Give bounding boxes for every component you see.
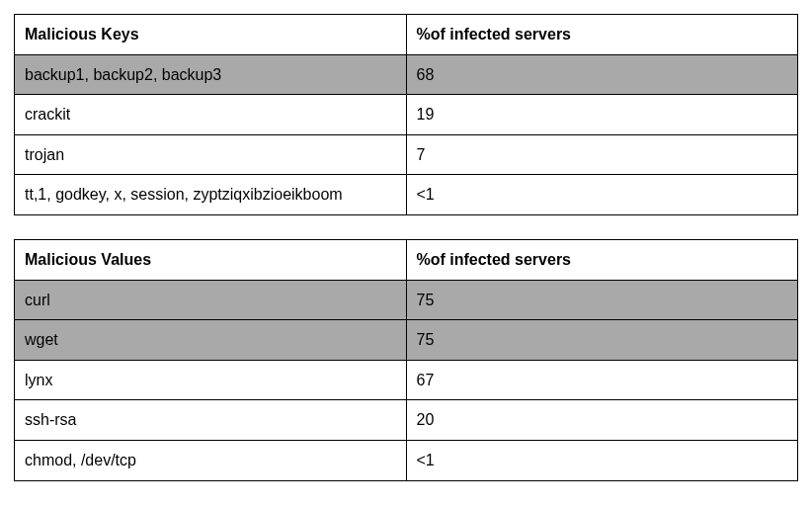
table-row: backup1, backup2, backup368 — [15, 54, 798, 95]
malicious-keys-table: Malicious Keys %of infected servers back… — [14, 14, 798, 215]
table-header-row: Malicious Values %of infected servers — [15, 239, 798, 280]
cell-pct: 19 — [406, 95, 798, 135]
cell-pct: 75 — [406, 280, 798, 320]
cell-key: chmod, /dev/tcp — [15, 440, 407, 480]
cell-key: curl — [15, 280, 407, 320]
values-header-col1: Malicious Values — [15, 239, 407, 280]
keys-header-col1: Malicious Keys — [15, 15, 407, 55]
table-row: lynx67 — [15, 360, 798, 400]
table-row: chmod, /dev/tcp<1 — [15, 440, 798, 480]
table-row: tt,1, godkey, x, session, zyptziqxibzioe… — [15, 175, 798, 215]
table-row: ssh-rsa20 — [15, 400, 798, 441]
cell-key: lynx — [15, 360, 407, 400]
cell-pct: 7 — [406, 134, 798, 175]
values-tbody: curl75wget75lynx67ssh-rsa20chmod, /dev/t… — [15, 280, 798, 480]
table-header-row: Malicious Keys %of infected servers — [15, 15, 798, 55]
cell-pct: 75 — [406, 320, 798, 361]
cell-key: tt,1, godkey, x, session, zyptziqxibzioe… — [15, 175, 407, 215]
malicious-values-table: Malicious Values %of infected servers cu… — [14, 239, 798, 481]
cell-pct: 67 — [406, 360, 798, 400]
cell-key: trojan — [15, 134, 407, 175]
table-row: trojan7 — [15, 134, 798, 175]
keys-tbody: backup1, backup2, backup368crackit19troj… — [15, 54, 798, 214]
table-row: curl75 — [15, 280, 798, 320]
cell-pct: 68 — [406, 54, 798, 95]
cell-key: wget — [15, 320, 407, 361]
cell-key: crackit — [15, 95, 407, 135]
cell-key: ssh-rsa — [15, 400, 407, 441]
cell-key: backup1, backup2, backup3 — [15, 54, 407, 95]
cell-pct: 20 — [406, 400, 798, 441]
cell-pct: <1 — [406, 175, 798, 215]
values-header-col2: %of infected servers — [406, 239, 798, 280]
table-row: wget75 — [15, 320, 798, 361]
keys-header-col2: %of infected servers — [406, 15, 798, 55]
table-row: crackit19 — [15, 95, 798, 135]
cell-pct: <1 — [406, 440, 798, 480]
